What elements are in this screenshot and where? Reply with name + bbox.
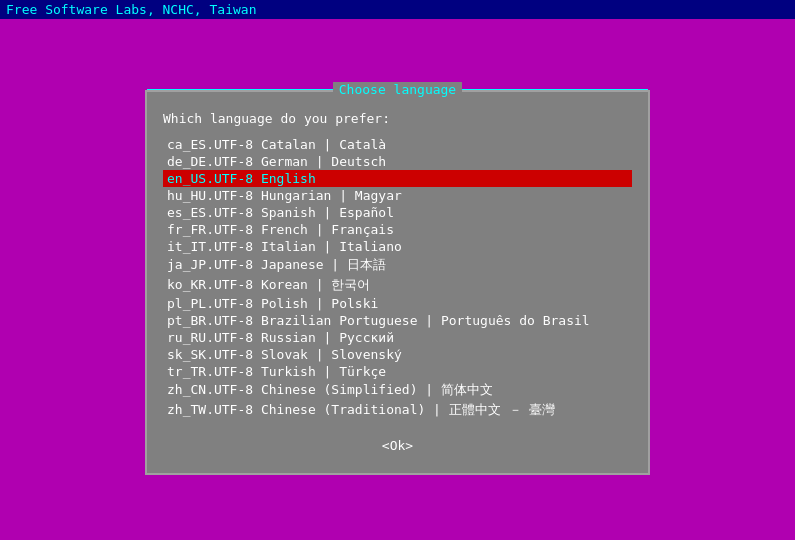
language-item[interactable]: fr_FR.UTF-8 French | Français [163,221,632,238]
language-item[interactable]: tr_TR.UTF-8 Turkish | Türkçe [163,363,632,380]
language-item[interactable]: pl_PL.UTF-8 Polish | Polski [163,295,632,312]
language-item[interactable]: es_ES.UTF-8 Spanish | Español [163,204,632,221]
ok-button-row: <Ok> [147,438,648,453]
language-item[interactable]: pt_BR.UTF-8 Brazilian Portuguese | Portu… [163,312,632,329]
language-list: ca_ES.UTF-8 Catalan | Catalàde_DE.UTF-8 … [163,136,632,420]
dialog-title-bar: Choose language [147,82,648,97]
dialog-title: Choose language [333,82,462,97]
top-bar-label: Free Software Labs, NCHC, Taiwan [6,2,256,17]
language-item[interactable]: ru_RU.UTF-8 Russian | Русский [163,329,632,346]
title-line-right [462,89,648,90]
language-item[interactable]: en_US.UTF-8 English [163,170,632,187]
language-item[interactable]: ca_ES.UTF-8 Catalan | Català [163,136,632,153]
language-item[interactable]: ko_KR.UTF-8 Korean | 한국어 [163,275,632,295]
ok-button[interactable]: <Ok> [382,438,413,453]
language-item[interactable]: ja_JP.UTF-8 Japanese | 日本語 [163,255,632,275]
language-item[interactable]: sk_SK.UTF-8 Slovak | Slovenský [163,346,632,363]
language-item[interactable]: zh_CN.UTF-8 Chinese (Simplified) | 简体中文 [163,380,632,400]
dialog-question: Which language do you prefer: [147,107,648,136]
language-item[interactable]: zh_TW.UTF-8 Chinese (Traditional) | 正體中文… [163,400,632,420]
language-dialog: Choose language Which language do you pr… [145,90,650,475]
top-bar: Free Software Labs, NCHC, Taiwan [0,0,795,19]
language-item[interactable]: it_IT.UTF-8 Italian | Italiano [163,238,632,255]
language-item[interactable]: hu_HU.UTF-8 Hungarian | Magyar [163,187,632,204]
language-item[interactable]: de_DE.UTF-8 German | Deutsch [163,153,632,170]
title-line-left [147,89,333,90]
